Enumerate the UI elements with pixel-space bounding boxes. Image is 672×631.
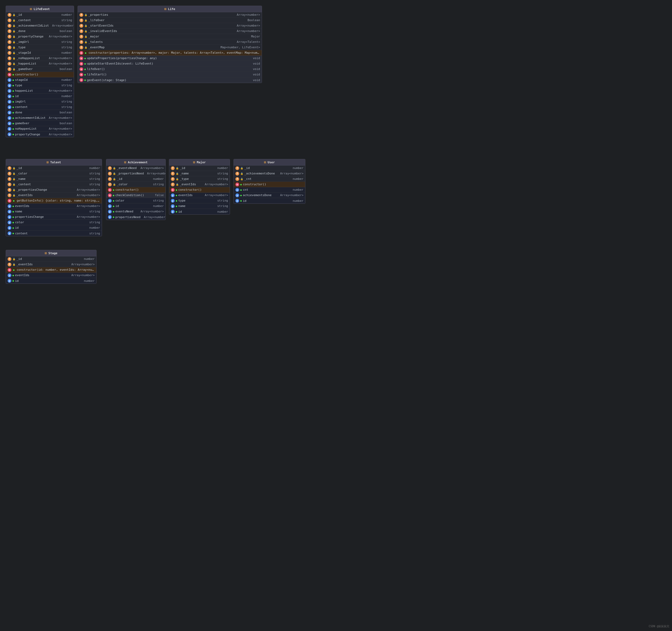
table-row: p●eventIds Array<number> bbox=[169, 193, 230, 198]
badge-f: f bbox=[7, 35, 11, 39]
table-row: f🔒_name string bbox=[6, 176, 102, 182]
table-row: p●name string bbox=[6, 209, 102, 214]
table-row: f🔒_name string bbox=[169, 171, 230, 176]
badge-f: f bbox=[7, 62, 11, 66]
table-row: f🔒_happenList Array<number> bbox=[6, 61, 74, 67]
badge-f: f bbox=[7, 40, 11, 44]
class-title: Major bbox=[197, 161, 206, 164]
table-row: f🔒_achievementsDone Array<number> bbox=[234, 171, 305, 176]
table-row: f🔒_noHappenList Array<number> bbox=[6, 55, 74, 61]
badge-p: p bbox=[7, 100, 11, 103]
table-row: p●id number bbox=[6, 278, 96, 283]
table-row: f🔒_propertyChange Array<number> bbox=[6, 34, 74, 39]
table-row: f🔒_cnt number bbox=[234, 176, 305, 182]
class-title: LifeEvent bbox=[33, 7, 50, 11]
table-row: f🔒_gameOver boolean bbox=[6, 67, 74, 72]
table-row: m●constructor() bbox=[234, 182, 305, 187]
class-header-stage: ⊞ Stage bbox=[6, 250, 96, 256]
table-row: p●noHappenList Array<number> bbox=[6, 126, 74, 132]
table-row: p●achievementsDone Array<number> bbox=[234, 193, 305, 198]
badge-p: p bbox=[7, 127, 11, 131]
table-row: p●id number bbox=[106, 204, 165, 209]
lock-icon: 🔒 bbox=[13, 14, 16, 16]
table-row: p●type string bbox=[6, 83, 74, 88]
table-row: f🔒_eventIds Array<number> bbox=[6, 193, 102, 198]
table-row: p●id number bbox=[6, 225, 102, 231]
badge-p: p bbox=[7, 111, 11, 115]
table-row: f🔒_talents Array<Talent> bbox=[78, 39, 262, 45]
table-row: p●id number bbox=[234, 198, 305, 204]
table-row: f🔒_startEventIds Array<number> bbox=[78, 23, 262, 28]
badge-p: p bbox=[7, 89, 11, 93]
badge-f: f bbox=[7, 29, 11, 33]
class-achievement: ⊞ Achievement f🔒_eventsNeed Array<number… bbox=[106, 159, 166, 220]
table-row: m●updateProperties(propertiesChange: any… bbox=[78, 55, 262, 61]
table-row: p●eventsNeed Array<number> bbox=[106, 209, 165, 214]
table-row: f🔒_propertiesChange Array<number> bbox=[6, 187, 102, 193]
class-header-user: ⊞ User bbox=[234, 159, 305, 165]
table-row: p●happenList Array<number> bbox=[6, 88, 74, 94]
badge-p: p bbox=[7, 78, 11, 82]
table-row: p●color string bbox=[106, 198, 165, 204]
class-title: Stage bbox=[49, 252, 57, 255]
table-row: f🔒_id number bbox=[234, 165, 305, 171]
table-row: m●constructor() bbox=[169, 187, 230, 193]
table-row: f🔒_eventsNeed Array<number> bbox=[106, 165, 165, 171]
table-row: p●eventIds Array<number> bbox=[6, 273, 96, 278]
table-row: f 🔒 _id number bbox=[6, 12, 74, 18]
table-row: p●content string bbox=[6, 231, 102, 236]
table-row: m●lifeOver() void bbox=[78, 67, 262, 72]
class-stage: ⊞ Stage f🔒_id number f🔒_eventIds Array<n… bbox=[6, 250, 97, 284]
table-row: p●eventIds Array<number> bbox=[6, 204, 102, 209]
table-row: m ● constructor(id: number, eventIds: Ar… bbox=[6, 267, 96, 273]
badge-f: f bbox=[7, 24, 11, 28]
badge-p: p bbox=[7, 105, 11, 109]
table-row: f🔒_achievementIdList Array<number> bbox=[6, 23, 74, 28]
table-row: f🔒_eventIds Array<number> bbox=[169, 182, 230, 187]
table-row: p●propertyChange Array<number> bbox=[6, 132, 74, 137]
class-icon: ⊞ bbox=[30, 7, 32, 11]
table-row: m ● constructor(properties: Array<number… bbox=[78, 50, 262, 55]
table-row: p●imgUrl string bbox=[6, 99, 74, 104]
class-header-talent: ⊞ Talent bbox=[6, 159, 102, 165]
table-row: f🔒_stageId number bbox=[6, 50, 74, 55]
badge-f: f bbox=[7, 67, 11, 71]
table-row: m●constructor() bbox=[106, 187, 165, 193]
class-icon: ⊞ bbox=[164, 7, 166, 11]
class-header-major: ⊞ Major bbox=[169, 159, 230, 165]
table-row: m●constructor() bbox=[6, 72, 74, 77]
table-row: f🔒_type string bbox=[6, 45, 74, 50]
table-row: p●id number bbox=[169, 209, 230, 214]
table-row: m ● getButtonInfo() {color: string, name… bbox=[6, 198, 102, 204]
class-major: ⊞ Major f🔒_id number f🔒_name string f🔒_t… bbox=[169, 159, 230, 215]
class-title: Life bbox=[168, 7, 175, 11]
table-row: p●cnt number bbox=[234, 187, 305, 193]
table-row: f🔒_eventIds Array<number> bbox=[6, 262, 96, 267]
table-row: p●propertiesNeed Array<number> bbox=[106, 214, 165, 220]
table-row: m●checkCondition() false bbox=[106, 193, 165, 198]
table-row: f🔒_content string bbox=[6, 18, 74, 23]
class-lifeevent: ⊞ LifeEvent f 🔒 _id number f🔒_content st… bbox=[6, 6, 74, 137]
badge-f: f bbox=[7, 19, 11, 22]
table-row: f🔒_content string bbox=[6, 182, 102, 187]
badge-p: p bbox=[7, 132, 11, 136]
badge-p: p bbox=[7, 94, 11, 98]
table-row: f🔒_invalidEventIds Array<number> bbox=[78, 28, 262, 34]
table-row: p●propertiesChange Array<number> bbox=[6, 214, 102, 220]
table-row: p●name string bbox=[169, 204, 230, 209]
class-title: Talent bbox=[50, 161, 61, 164]
table-row: f🔒_id number bbox=[106, 176, 165, 182]
table-row: f🔒_lifeOver Boolean bbox=[78, 18, 262, 23]
table-row: f🔒_imgUrl string bbox=[6, 39, 74, 45]
table-row: f🔒_major Major bbox=[78, 34, 262, 39]
table-row: m●lifeStart() void bbox=[78, 72, 262, 77]
badge-f: f bbox=[7, 56, 11, 60]
class-header-life: ⊞ Life bbox=[78, 6, 262, 12]
table-row: m●updateStartEventIds(event: LifeEvent) … bbox=[78, 61, 262, 67]
badge-p: p bbox=[7, 84, 11, 87]
table-row: f🔒_type string bbox=[169, 176, 230, 182]
class-title: Achievement bbox=[128, 161, 147, 164]
badge-m: m bbox=[7, 73, 11, 76]
table-row: f🔒_color string bbox=[106, 182, 165, 187]
class-title: User bbox=[268, 161, 275, 164]
